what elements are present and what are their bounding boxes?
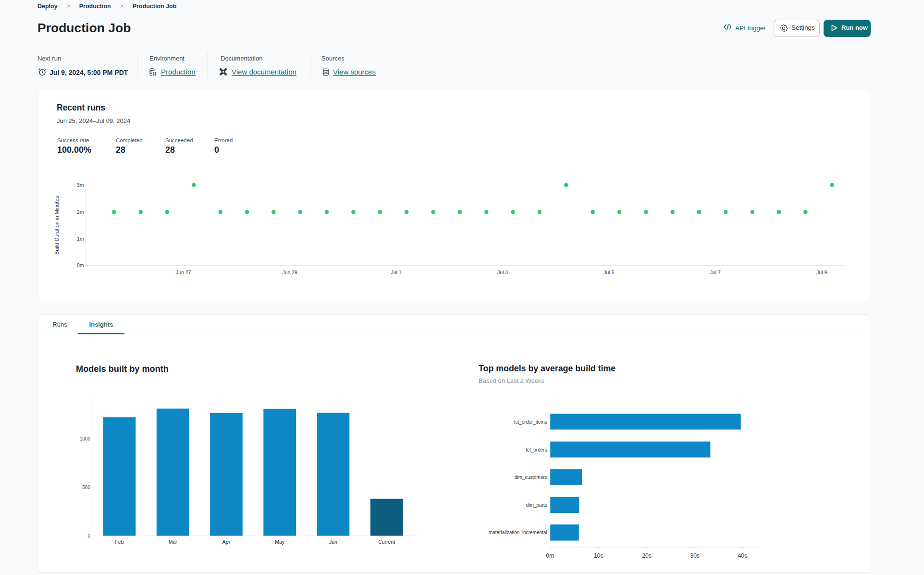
- svg-text:40s: 40s: [738, 552, 747, 559]
- svg-text:Jul 1: Jul 1: [391, 269, 402, 275]
- svg-text:1m: 1m: [77, 236, 84, 242]
- svg-text:20s: 20s: [642, 552, 651, 559]
- svg-text:0: 0: [87, 533, 90, 538]
- svg-text:1000: 1000: [80, 436, 91, 441]
- svg-text:10s: 10s: [594, 552, 603, 559]
- svg-text:0m: 0m: [546, 552, 554, 559]
- svg-text:fct_orders: fct_orders: [526, 447, 547, 453]
- svg-text:Feb: Feb: [115, 539, 123, 545]
- svg-text:Build Duration in Minutes: Build Duration in Minutes: [54, 196, 60, 255]
- svg-text:fct_order_items: fct_order_items: [514, 419, 547, 425]
- svg-text:Apr: Apr: [222, 539, 231, 545]
- svg-text:Jul 7: Jul 7: [710, 269, 721, 275]
- svg-text:materialization_incremental: materialization_incremental: [489, 530, 547, 535]
- svg-text:0m: 0m: [77, 262, 84, 268]
- svg-text:30s: 30s: [690, 552, 700, 559]
- svg-text:Jun 29: Jun 29: [282, 269, 297, 275]
- svg-text:dim_customers: dim_customers: [515, 475, 547, 480]
- svg-text:Jun: Jun: [329, 539, 337, 545]
- svg-text:Jul 9: Jul 9: [816, 269, 827, 275]
- svg-text:Jun 27: Jun 27: [176, 269, 191, 275]
- svg-text:Jul 3: Jul 3: [497, 269, 508, 275]
- svg-text:3m: 3m: [77, 182, 84, 188]
- svg-text:May: May: [275, 539, 285, 545]
- svg-text:Jul 5: Jul 5: [604, 269, 614, 275]
- svg-text:dim_parts: dim_parts: [526, 502, 547, 508]
- svg-text:Current: Current: [378, 539, 395, 545]
- svg-text:500: 500: [82, 485, 90, 490]
- svg-text:2m: 2m: [77, 209, 84, 215]
- svg-text:Mar: Mar: [169, 539, 178, 545]
